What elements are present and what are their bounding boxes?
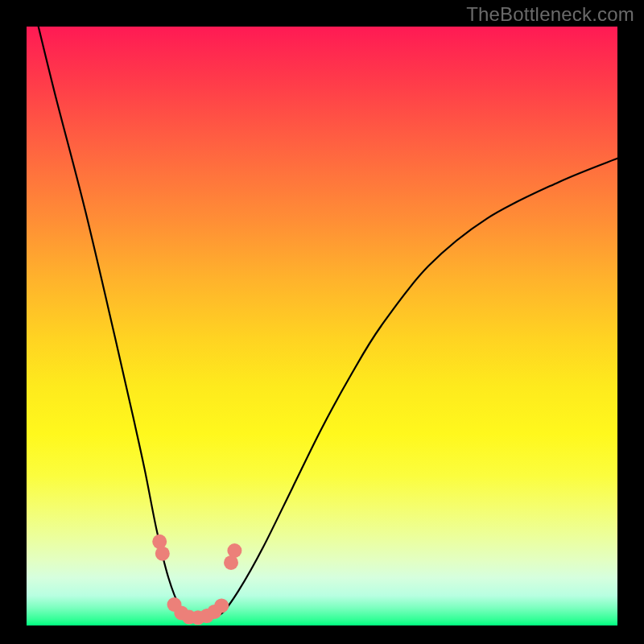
data-marker bbox=[227, 543, 242, 558]
chart-frame: TheBottleneck.com bbox=[0, 0, 644, 644]
watermark-text: TheBottleneck.com bbox=[466, 3, 634, 26]
data-marker bbox=[152, 535, 167, 549]
chart-svg bbox=[27, 27, 617, 625]
plot-area bbox=[27, 27, 617, 625]
data-marker bbox=[155, 547, 170, 561]
bottleneck-curve bbox=[39, 27, 617, 621]
data-markers bbox=[152, 535, 242, 625]
data-marker bbox=[214, 598, 229, 613]
